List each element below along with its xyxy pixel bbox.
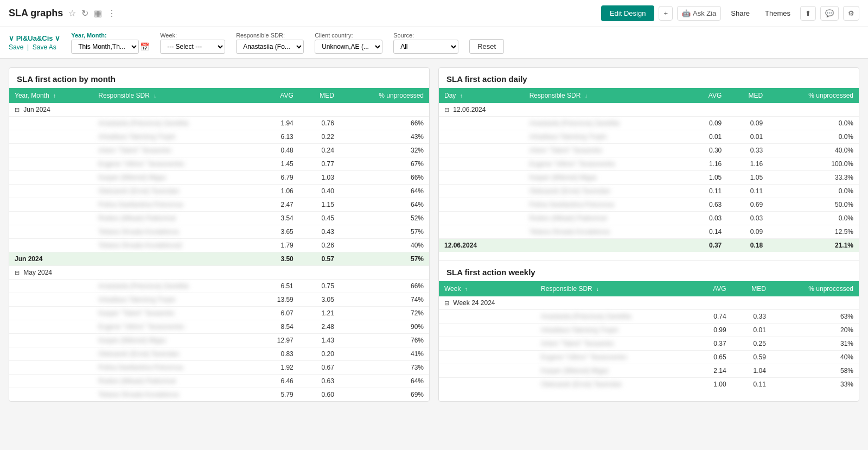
comment-button[interactable]: 💬	[820, 6, 839, 21]
star-icon[interactable]: ☆	[68, 8, 76, 18]
th-med-daily[interactable]: MED	[727, 88, 768, 103]
add-button[interactable]: +	[659, 6, 673, 21]
calendar-icon[interactable]: 📅	[140, 42, 149, 51]
th-responsible-sdr-weekly[interactable]: Responsible SDR ↓	[535, 281, 694, 296]
panel-weekly-inner: SLA first action weekly Week ↑ Responsib…	[439, 261, 859, 391]
row-avg: 1.00	[694, 378, 732, 391]
row-sdr-name: Polina Swetlantina Potvorova	[524, 198, 688, 212]
row-med: 0.67	[299, 361, 340, 375]
save-as-link[interactable]: Save As	[33, 43, 56, 51]
th-responsible-sdr-daily[interactable]: Responsible SDR ↓	[524, 88, 688, 103]
table-row: Anastasiia (Polunova) Zanettiia 1.94 0.7…	[9, 117, 429, 130]
row-date	[439, 378, 535, 391]
responsible-sdr-select[interactable]: Anastasiia (Fo...	[236, 40, 304, 54]
row-avg: 6.51	[255, 280, 298, 293]
th-responsible-sdr-monthly[interactable]: Responsible SDR ↓	[93, 88, 255, 103]
main-content: SLA first action by month Year, Month ↑ …	[0, 59, 868, 410]
year-month-filter: Year, Month: This Month,Th... 📅	[71, 32, 149, 54]
save-link[interactable]: Save	[9, 43, 23, 51]
table-row: Kasper (Mitered) Migaz 6.79 1.03 66%	[9, 171, 429, 185]
responsible-sdr-filter: Responsible SDR: Anastasiia (Fo...	[236, 32, 304, 54]
th-med-monthly[interactable]: MED	[299, 88, 340, 103]
th-week[interactable]: Week ↑	[439, 281, 535, 296]
th-avg-monthly[interactable]: AVG	[255, 88, 298, 103]
share-button[interactable]: Share	[725, 7, 755, 20]
row-sdr-name: Oleksandr (Ernst) Tavendan	[524, 185, 688, 198]
row-med: 3.05	[299, 293, 340, 307]
row-date	[439, 212, 524, 225]
group-sdr-cell	[535, 296, 694, 310]
row-avg: 0.14	[688, 225, 727, 239]
expand-icon[interactable]: ⊟	[444, 300, 449, 306]
row-med: 0.24	[299, 144, 340, 157]
header-right: Edit Design + 🤖 Ask Zia Share Themes ⬆ 💬…	[601, 5, 859, 21]
row-pct: 31%	[771, 337, 859, 351]
table-row: Artem "Talent" Tarasenko 0.48 0.24 32%	[9, 144, 429, 157]
table-row: Tetiana Shvada Kovalekova 3.65 0.43 57%	[9, 225, 429, 239]
row-pct: 57%	[340, 225, 429, 239]
row-sdr-name: Rodion (Mikael) Piatkorival	[93, 375, 255, 388]
row-avg: 1.16	[688, 157, 727, 171]
row-pct: 40%	[340, 239, 429, 252]
export-button[interactable]: ⬆	[800, 6, 816, 21]
row-sdr-name: Artem "Talent" Tarasenko	[93, 144, 255, 157]
expand-icon[interactable]: ⊟	[15, 106, 20, 113]
row-sdr-name: Kasper (Mitered) Migaz	[535, 364, 694, 378]
grid-icon[interactable]: ▦	[94, 8, 102, 18]
year-month-select[interactable]: This Month,Th...	[71, 40, 139, 54]
row-med: 0.33	[727, 144, 768, 157]
summary-avg: 0.37	[688, 239, 727, 252]
client-country-select[interactable]: Unknown,AE (...	[315, 40, 382, 54]
expand-icon[interactable]: ⊟	[444, 106, 449, 113]
th-pct-weekly[interactable]: % unprocessed	[771, 281, 859, 296]
row-sdr-name: Eugene "Ultimo" Tarasovenko	[93, 157, 255, 171]
monthly-table: Year, Month ↑ Responsible SDR ↓ AVG MED …	[9, 88, 429, 401]
row-pct: 64%	[340, 375, 429, 388]
table-row: Tetiana Shvada Kovalekova 5.79 0.60 69%	[9, 388, 429, 402]
row-sdr-name: Anastasiia (Polunova) Zanettiia	[535, 310, 694, 324]
panel-weekly-title: SLA first action weekly	[439, 261, 859, 281]
table-row: Oleksandr (Ernst) Tavendan 0.11 0.11 0.0…	[439, 185, 859, 198]
table-row: Anastasiia (Polunova) Zanettiia 6.51 0.7…	[9, 280, 429, 293]
row-sdr-name: Kasper (Mitered) Migaz	[93, 171, 255, 185]
row-date	[439, 337, 535, 351]
row-pct: 32%	[340, 144, 429, 157]
row-med: 1.21	[299, 307, 340, 320]
row-avg: 8.54	[255, 320, 298, 334]
table-row: Artem "Talent" Tarasenko 0.30 0.33 40.0%	[439, 144, 859, 157]
th-pct-daily[interactable]: % unprocessed	[768, 88, 859, 103]
th-pct-monthly[interactable]: % unprocessed	[340, 88, 429, 103]
row-sdr-name: Kasper "Talent" Tarasenko	[93, 307, 255, 320]
ask-zia-button[interactable]: 🤖 Ask Zia	[677, 6, 721, 21]
row-med: 0.03	[727, 212, 768, 225]
table-row: Rodion (Mikael) Piatkorival 3.54 0.45 52…	[9, 212, 429, 225]
refresh-icon[interactable]: ↻	[81, 8, 88, 18]
reset-button[interactable]: Reset	[469, 39, 504, 54]
row-pct: 0.0%	[768, 185, 859, 198]
th-year-month[interactable]: Year, Month ↑	[9, 88, 93, 103]
th-med-weekly[interactable]: MED	[732, 281, 771, 296]
expand-icon[interactable]: ⊟	[15, 269, 20, 276]
row-date	[439, 225, 524, 239]
summary-med: 0.18	[727, 239, 768, 252]
row-pct: 66%	[340, 117, 429, 130]
th-avg-daily[interactable]: AVG	[688, 88, 727, 103]
week-select[interactable]: --- Select ---	[160, 40, 225, 54]
th-day[interactable]: Day ↑	[439, 88, 524, 103]
themes-button[interactable]: Themes	[760, 7, 796, 20]
source-select[interactable]: All	[393, 40, 458, 54]
row-avg: 0.03	[688, 212, 727, 225]
row-pct: 12.5%	[768, 225, 859, 239]
row-avg: 1.92	[255, 361, 298, 375]
summary-row: Jun 2024 3.50 0.57 57%	[9, 252, 429, 266]
summary-avg: 3.50	[255, 252, 298, 266]
th-avg-weekly[interactable]: AVG	[694, 281, 732, 296]
edit-design-button[interactable]: Edit Design	[601, 5, 654, 21]
group-label: ⊟ 12.06.2024	[439, 103, 524, 117]
row-sdr-name: Eugene "Ultimo" Tarasovenko	[524, 157, 688, 171]
settings-button[interactable]: ⚙	[843, 6, 859, 21]
more-icon[interactable]: ⋮	[107, 8, 116, 18]
row-med: 0.69	[727, 198, 768, 212]
row-sdr-name: Tetiana Shvada Kovalekova2	[93, 239, 255, 252]
zia-icon: 🤖	[682, 9, 691, 17]
